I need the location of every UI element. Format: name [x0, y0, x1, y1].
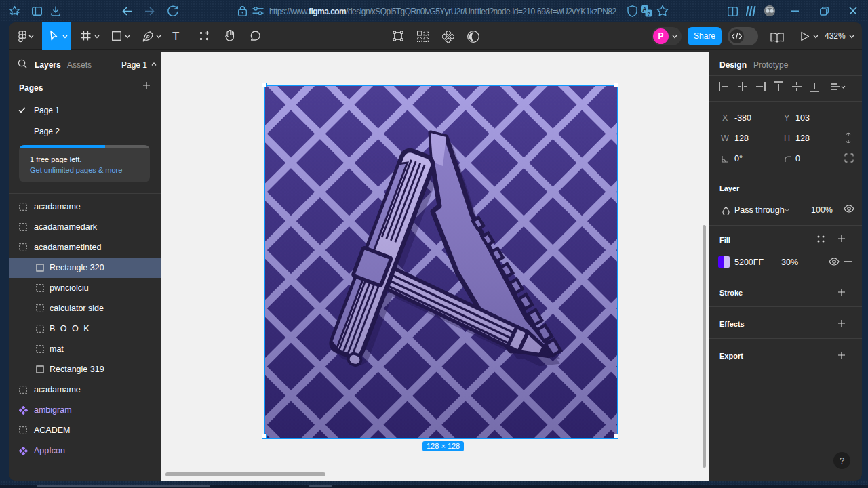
svg-text:?: ?	[647, 11, 650, 17]
